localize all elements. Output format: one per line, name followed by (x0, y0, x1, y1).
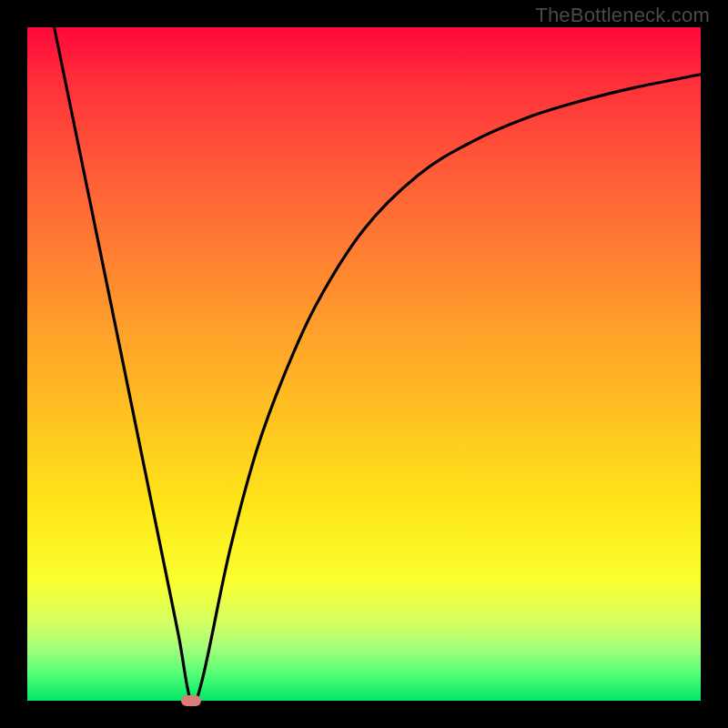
watermark-text: TheBottleneck.com (535, 4, 710, 27)
bottleneck-curve (55, 27, 701, 704)
chart-frame: TheBottleneck.com (0, 0, 728, 728)
curve-svg (27, 27, 701, 701)
plot-area (27, 27, 701, 701)
